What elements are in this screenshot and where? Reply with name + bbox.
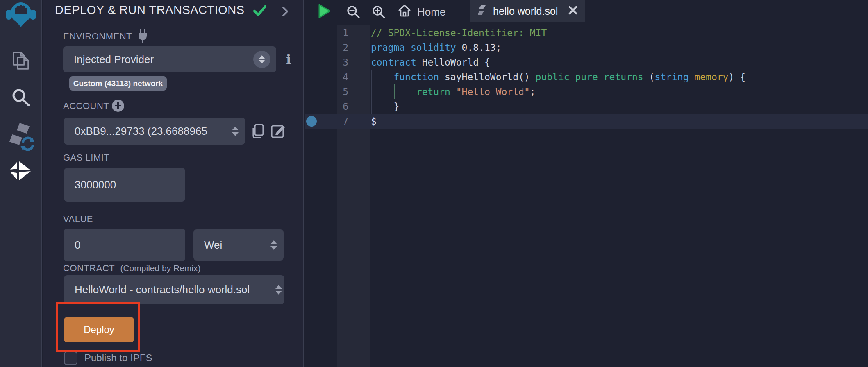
add-account-icon[interactable]: [111, 99, 125, 114]
compile-success-check-icon: [253, 5, 266, 18]
code-text: // SPDX-License-Identifier: MIT: [370, 25, 547, 40]
contract-sublabel: (Compiled by Remix): [120, 263, 200, 273]
breakpoint-margin[interactable]: [305, 84, 337, 99]
zoom-out-icon[interactable]: [346, 5, 361, 21]
value-value: 0: [64, 239, 185, 251]
gas-limit-input[interactable]: 3000000: [64, 168, 185, 202]
breakpoint-margin[interactable]: [305, 70, 337, 84]
remix-logo[interactable]: [0, 2, 42, 27]
code-line-2[interactable]: 2pragma solidity 0.8.13;: [305, 40, 868, 55]
line-number[interactable]: 1: [337, 25, 370, 40]
value-unit: Wei: [193, 239, 270, 251]
publish-ipfs-label: Publish to IPFS: [84, 352, 152, 364]
environment-info-icon[interactable]: i: [286, 52, 291, 67]
edit-account-icon[interactable]: [270, 123, 286, 140]
code-text: function sayHelloWorld() public pure ret…: [370, 70, 745, 84]
run-script-play-icon[interactable]: [318, 3, 331, 20]
unit-spinner-icon: [270, 240, 277, 250]
code-line-5[interactable]: 5 return "Hello World";: [305, 84, 868, 99]
value-input[interactable]: 0: [64, 229, 185, 261]
breakpoint-margin[interactable]: [305, 99, 337, 114]
contract-label: CONTRACT (Compiled by Remix): [63, 263, 201, 274]
breakpoint-margin[interactable]: [305, 40, 337, 55]
editor-area: Home hello world.sol 1// SPDX-License-Id…: [305, 0, 868, 367]
contract-value: HelloWorld - contracts/hello world.sol: [64, 283, 275, 296]
solidity-compiler-icon[interactable]: [0, 122, 42, 151]
account-label: ACCOUNT: [63, 101, 109, 111]
line-number[interactable]: 5: [337, 84, 370, 99]
code-line-3[interactable]: 3contract HelloWorld {: [305, 55, 868, 70]
account-value: 0xBB9...29733 (23.6688965: [64, 125, 232, 138]
code-text: pragma solidity 0.8.13;: [370, 40, 502, 55]
deploy-button[interactable]: Deploy: [64, 317, 134, 342]
close-tab-icon[interactable]: [568, 6, 577, 16]
file-explorer-icon[interactable]: [0, 50, 42, 71]
environment-spinner-icon: [253, 51, 270, 68]
search-icon[interactable]: [0, 87, 42, 108]
breakpoint-margin[interactable]: [305, 25, 337, 40]
copy-account-icon[interactable]: [251, 123, 266, 141]
deploy-run-icon[interactable]: [0, 161, 42, 181]
contract-spinner-icon: [275, 285, 282, 295]
environment-select[interactable]: Injected Provider: [63, 46, 276, 72]
tab-home[interactable]: Home: [398, 4, 445, 20]
home-icon: [398, 4, 411, 20]
code-line-7[interactable]: 7$: [305, 114, 868, 129]
panel-expand-chevron-icon[interactable]: [282, 6, 289, 18]
breakpoint-dot-icon[interactable]: [306, 116, 317, 127]
code-line-1[interactable]: 1// SPDX-License-Identifier: MIT: [305, 25, 868, 40]
contract-select[interactable]: HelloWorld - contracts/hello world.sol: [64, 275, 284, 304]
line-number[interactable]: 6: [337, 99, 370, 114]
breakpoint-margin[interactable]: [305, 55, 337, 70]
line-number[interactable]: 2: [337, 40, 370, 55]
value-label: VALUE: [63, 214, 93, 224]
code-line-4[interactable]: 4 function sayHelloWorld() public pure r…: [305, 70, 868, 84]
line-number[interactable]: 7: [337, 114, 370, 129]
publish-ipfs-checkbox[interactable]: [64, 351, 77, 365]
home-tab-label: Home: [417, 6, 445, 18]
breakpoint-margin[interactable]: [305, 114, 337, 129]
code-line-6[interactable]: 6 }: [305, 99, 868, 114]
value-unit-select[interactable]: Wei: [193, 229, 284, 261]
line-number[interactable]: 4: [337, 70, 370, 84]
activity-bar: [0, 0, 42, 367]
active-indent-guide: [394, 84, 395, 99]
code-area[interactable]: 1// SPDX-License-Identifier: MIT2pragma …: [305, 25, 868, 129]
code-text: }: [370, 99, 399, 114]
environment-label: ENVIRONMENT: [63, 31, 132, 42]
deploy-run-panel: DEPLOY & RUN TRANSACTIONS ENVIRONMENT In…: [43, 0, 304, 367]
gas-limit-value: 3000000: [64, 179, 185, 191]
gas-limit-label: GAS LIMIT: [63, 152, 109, 163]
solidity-file-icon: [478, 5, 488, 17]
environment-value: Injected Provider: [63, 53, 253, 66]
account-select[interactable]: 0xBB9...29733 (23.6688965: [64, 118, 245, 145]
zoom-in-icon[interactable]: [371, 5, 386, 21]
active-tab-label: hello world.sol: [493, 5, 563, 17]
indent-guide: [371, 70, 372, 114]
code-text: contract HelloWorld {: [370, 55, 490, 70]
tab-hello-world-sol[interactable]: hello world.sol: [470, 0, 585, 22]
network-badge: Custom (43113) network: [69, 76, 167, 91]
line-number[interactable]: 3: [337, 55, 370, 70]
code-text: $: [370, 114, 377, 129]
account-spinner-icon: [232, 127, 239, 136]
remix-ide-window: DEPLOY & RUN TRANSACTIONS ENVIRONMENT In…: [0, 0, 868, 367]
panel-title: DEPLOY & RUN TRANSACTIONS: [55, 3, 245, 17]
plug-icon: [136, 29, 149, 45]
